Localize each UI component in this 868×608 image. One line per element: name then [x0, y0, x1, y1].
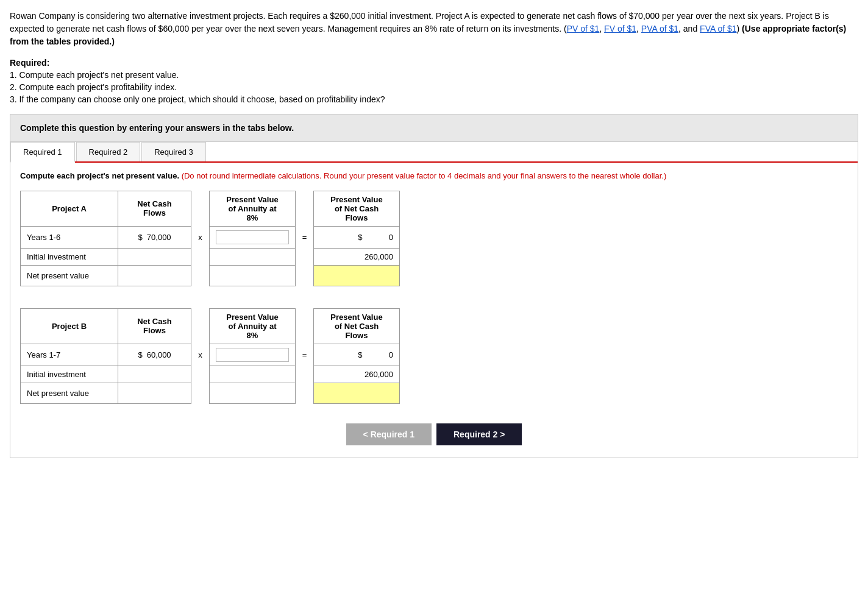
- project-b-x-cell: x: [191, 344, 210, 366]
- project-b-title: Project B: [21, 308, 118, 344]
- project-a-dollar2: $: [358, 233, 362, 242]
- tabs-container: Required 1 Required 2 Required 3 Compute…: [10, 142, 858, 458]
- project-b-npv-input[interactable]: [320, 387, 393, 400]
- project-a-pv-annuity-header: Present Valueof Annuity at8%: [210, 191, 296, 226]
- project-b-dollar1: $: [138, 350, 142, 359]
- complete-box: Complete this question by entering your …: [10, 114, 858, 142]
- project-a-initial-eq: [296, 248, 314, 265]
- prev-button[interactable]: < Required 1: [346, 423, 432, 445]
- project-a-title: Project A: [21, 191, 118, 226]
- project-b-npv-net: [118, 383, 191, 403]
- project-b-row-initial: Initial investment 260,000: [21, 366, 400, 383]
- project-b-pv-net-years-cell: $ 0: [314, 344, 400, 366]
- project-a-eq-cell: =: [296, 226, 314, 248]
- project-b-npv-value-cell[interactable]: [314, 383, 400, 403]
- required-section: Required: 1. Compute each project's net …: [10, 58, 858, 104]
- required-item-1: 1. Compute each project's net present va…: [10, 70, 858, 80]
- project-a-pv-net-years-cell: $ 0: [314, 226, 400, 248]
- instruction-text: Compute each project's net present value…: [20, 170, 848, 182]
- fv-of-1-link[interactable]: FV of $1: [604, 24, 636, 34]
- project-b-eq-cell: =: [296, 344, 314, 366]
- project-a-spacer: [21, 286, 400, 294]
- pv-of-1-link[interactable]: PV of $1: [567, 24, 600, 34]
- project-b-row-years: Years 1-7 $ 60,000 x = $ 0: [21, 344, 400, 366]
- project-a-npv-x: [191, 265, 210, 286]
- pva-of-1-link[interactable]: PVA of $1: [641, 24, 678, 34]
- instruction-detail: (Do not round intermediate calculations.…: [182, 171, 667, 180]
- project-b-net-cash-header: Net CashFlows: [118, 308, 191, 344]
- project-b-initial-pv-annuity: [210, 366, 296, 383]
- project-a-npv-eq: [296, 265, 314, 286]
- required-item-2: 2. Compute each project's profitability …: [10, 82, 858, 92]
- project-a-npv-pv-annuity: [210, 265, 296, 286]
- project-a-initial-x: [191, 248, 210, 265]
- project-a-npv-label: Net present value: [21, 265, 118, 286]
- project-a-row-initial: Initial investment 260,000: [21, 248, 400, 265]
- project-a-dollar1: $: [138, 233, 142, 242]
- project-b-initial-x: [191, 366, 210, 383]
- required-heading: Required:: [10, 58, 858, 68]
- project-a-initial-net: [118, 248, 191, 265]
- tab-content: Compute each project's net present value…: [10, 163, 858, 458]
- project-a-initial-pv-net: 260,000: [314, 248, 400, 265]
- project-b-x-header: [191, 308, 210, 344]
- project-a-initial-pv-annuity: [210, 248, 296, 265]
- project-a-net-cash-header: Net CashFlows: [118, 191, 191, 226]
- project-b-years-label: Years 1-7: [21, 344, 118, 366]
- project-b-net-cash-cell: $ 60,000: [118, 344, 191, 366]
- tabs-row: Required 1 Required 2 Required 3: [10, 142, 858, 163]
- instruction-prefix: Compute each project's net present value…: [20, 171, 179, 180]
- project-a-row-npv: Net present value: [21, 265, 400, 286]
- project-b-npv-eq: [296, 383, 314, 403]
- project-a-npv-value-cell[interactable]: [314, 265, 400, 286]
- tab-required-3[interactable]: Required 3: [141, 142, 206, 161]
- project-b-eq-header: [296, 308, 314, 344]
- project-b-pv-annuity-input[interactable]: [216, 348, 289, 362]
- project-a-eq-header: [296, 191, 314, 226]
- bottom-nav: < Required 1 Required 2 >: [20, 419, 848, 450]
- project-b-initial-net: [118, 366, 191, 383]
- project-a-pv-annuity-input[interactable]: [216, 230, 289, 244]
- project-b-pv-annuity-cell[interactable]: [210, 344, 296, 366]
- project-b-initial-pv-net: 260,000: [314, 366, 400, 383]
- tab-required-2[interactable]: Required 2: [76, 142, 141, 161]
- project-a-pv-annuity-cell[interactable]: [210, 226, 296, 248]
- project-a-years-label: Years 1-6: [21, 226, 118, 248]
- project-a-x-cell: x: [191, 226, 210, 248]
- project-b-npv-label: Net present value: [21, 383, 118, 403]
- fva-of-1-link[interactable]: FVA of $1: [700, 24, 736, 34]
- project-a-pv-net-header: Present Valueof Net CashFlows: [314, 191, 400, 226]
- intro-paragraph: Rowan Company is considering two alterna…: [10, 10, 858, 48]
- project-b-initial-eq: [296, 366, 314, 383]
- project-b-pv-annuity-header: Present Valueof Annuity at8%: [210, 308, 296, 344]
- project-a-net-cash-cell: $ 70,000: [118, 226, 191, 248]
- project-a-table: Project A Net CashFlows Present Valueof …: [20, 191, 400, 294]
- project-b-table: Project B Net CashFlows Present Valueof …: [20, 308, 400, 404]
- project-a-x-header: [191, 191, 210, 226]
- project-b-dollar2: $: [358, 350, 362, 359]
- project-b-row-npv: Net present value: [21, 383, 400, 403]
- project-a-npv-net: [118, 265, 191, 286]
- tab-required-1[interactable]: Required 1: [10, 142, 75, 163]
- project-b-npv-x: [191, 383, 210, 403]
- project-b-initial-label: Initial investment: [21, 366, 118, 383]
- project-a-initial-label: Initial investment: [21, 248, 118, 265]
- project-b-npv-pv-annuity: [210, 383, 296, 403]
- project-a-npv-input[interactable]: [320, 269, 393, 282]
- required-item-3: 3. If the company can choose only one pr…: [10, 94, 858, 104]
- project-b-pv-net-header: Present Valueof Net CashFlows: [314, 308, 400, 344]
- project-a-row-years: Years 1-6 $ 70,000 x = $ 0: [21, 226, 400, 248]
- next-button[interactable]: Required 2 >: [436, 423, 522, 445]
